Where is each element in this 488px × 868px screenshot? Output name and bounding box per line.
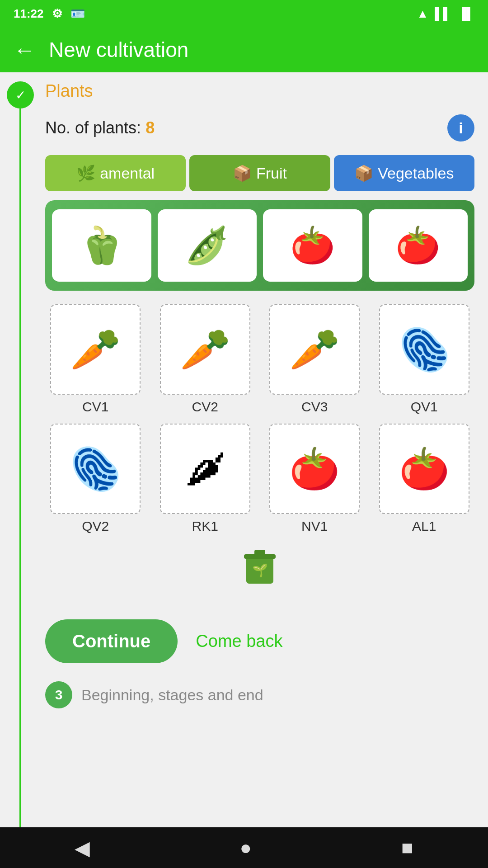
cv2-label: CV2 <box>192 399 218 415</box>
tab-ornamental[interactable]: 🌿 amental <box>45 155 186 191</box>
main-content: ✓ Plants No. of plants: 8 i 🌿 amental 📦 <box>0 72 488 827</box>
step1-dot: ✓ <box>7 81 34 108</box>
plant-box-al1: 🍅 <box>379 424 469 514</box>
fruit-label: Fruit <box>256 165 287 182</box>
pepper2-emoji: 🌶 <box>185 446 225 492</box>
cv3-label: CV3 <box>301 399 328 415</box>
back-button[interactable]: ← <box>14 38 35 62</box>
section-header: Plants <box>45 81 474 101</box>
plant-box-qv2: 🫆 <box>50 424 141 514</box>
fruit-box-icon: 📦 <box>233 164 252 182</box>
plant-item-qv2[interactable]: 🫆 QV2 <box>45 424 146 534</box>
status-bar: 11:22 ⚙ 🪪 ▲ ▌▌ ▐▌ <box>0 0 488 27</box>
svg-text:🌱: 🌱 <box>252 563 268 578</box>
status-left: 11:22 ⚙ 🪪 <box>14 7 85 21</box>
featured-plant-cherry-tomato[interactable]: 🍅 <box>369 209 468 282</box>
time-display: 11:22 <box>14 7 44 21</box>
timeline-line <box>19 108 21 827</box>
plant-item-cv3[interactable]: 🥕 CV3 <box>264 304 365 415</box>
content-area: Plants No. of plants: 8 i 🌿 amental 📦 Fr… <box>41 72 488 827</box>
next-section: 3 Beginning, stages and end <box>45 681 474 708</box>
cherry-tomato2-emoji: 🍅 <box>399 445 450 493</box>
plants-count-text: No. of plants: 8 <box>45 118 155 137</box>
continue-button[interactable]: Continue <box>45 619 178 663</box>
svg-rect-2 <box>254 550 265 556</box>
cv1-label: CV1 <box>82 399 108 415</box>
featured-plant-pea[interactable]: 🫛 <box>158 209 257 282</box>
plant-box-cv2: 🥕 <box>160 304 250 395</box>
pepper-emoji: 🫑 <box>79 227 124 264</box>
ornamental-icon: 🌿 <box>76 164 95 182</box>
section-label: Plants <box>45 81 93 101</box>
nav-recent-button[interactable]: ■ <box>401 836 413 859</box>
trash-container: 🌱 <box>45 547 474 597</box>
vegetables-box-icon: 📦 <box>354 164 373 182</box>
tomato2-emoji: 🍅 <box>289 445 340 493</box>
al1-label: AL1 <box>412 519 436 534</box>
step3-dot: 3 <box>45 681 72 708</box>
plants-count-row: No. of plants: 8 i <box>45 114 474 142</box>
nv1-label: NV1 <box>301 519 328 534</box>
step3-label: Beginning, stages and end <box>81 686 263 704</box>
plant-item-rk1[interactable]: 🌶 RK1 <box>155 424 256 534</box>
plant-item-cv2[interactable]: 🥕 CV2 <box>155 304 256 415</box>
bottom-nav: ◀ ● ■ <box>0 827 488 868</box>
plant-box-qv1: 🫆 <box>379 304 469 395</box>
plant-box-rk1: 🌶 <box>160 424 250 514</box>
sim-icon: 🪪 <box>70 7 85 21</box>
beet2-emoji: 🫆 <box>70 445 121 493</box>
action-buttons: Continue Come back <box>45 619 474 663</box>
qv2-label: QV2 <box>82 519 109 534</box>
plant-item-qv1[interactable]: 🫆 QV1 <box>374 304 475 415</box>
ornamental-label: amental <box>100 165 155 182</box>
carrot3-emoji: 🥕 <box>289 326 340 373</box>
pea-emoji: 🫛 <box>184 227 230 264</box>
plant-grid: 🥕 CV1 🥕 CV2 🥕 CV3 🫆 QV1 <box>45 304 474 534</box>
come-back-button[interactable]: Come back <box>196 632 282 651</box>
qv1-label: QV1 <box>411 399 438 415</box>
plant-box-cv1: 🥕 <box>50 304 141 395</box>
gear-icon: ⚙ <box>52 7 62 21</box>
timeline: ✓ <box>0 72 41 827</box>
plant-item-cv1[interactable]: 🥕 CV1 <box>45 304 146 415</box>
top-bar: ← New cultivation <box>0 27 488 72</box>
tomato-emoji: 🍅 <box>290 227 335 264</box>
plant-item-nv1[interactable]: 🍅 NV1 <box>264 424 365 534</box>
featured-plants-row: 🫑 🫛 🍅 🍅 <box>45 200 474 291</box>
wifi-icon: ▲ <box>417 7 429 21</box>
featured-plant-tomato[interactable]: 🍅 <box>263 209 362 282</box>
featured-plant-pepper[interactable]: 🫑 <box>52 209 151 282</box>
trash-icon[interactable]: 🌱 <box>242 547 278 597</box>
plants-count-value: 8 <box>145 118 155 137</box>
cherry-tomato-emoji: 🍅 <box>395 227 441 264</box>
rk1-label: RK1 <box>192 519 218 534</box>
category-tabs: 🌿 amental 📦 Fruit 📦 Vegetables <box>45 155 474 191</box>
nav-back-button[interactable]: ◀ <box>75 836 90 859</box>
tab-vegetables[interactable]: 📦 Vegetables <box>334 155 474 191</box>
beet1-emoji: 🫆 <box>399 326 450 373</box>
step1-check-icon: ✓ <box>15 88 26 103</box>
battery-icon: ▐▌ <box>458 7 474 21</box>
plant-box-cv3: 🥕 <box>269 304 360 395</box>
plant-box-nv1: 🍅 <box>269 424 360 514</box>
carrot2-emoji: 🥕 <box>180 326 230 373</box>
carrot1-emoji: 🥕 <box>70 326 121 373</box>
info-button[interactable]: i <box>447 114 474 142</box>
nav-home-button[interactable]: ● <box>239 836 252 859</box>
signal-icon: ▌▌ <box>435 7 451 21</box>
status-right: ▲ ▌▌ ▐▌ <box>417 7 474 21</box>
plant-item-al1[interactable]: 🍅 AL1 <box>374 424 475 534</box>
page-title: New cultivation <box>49 38 188 62</box>
tab-fruit[interactable]: 📦 Fruit <box>189 155 330 191</box>
vegetables-label: Vegetables <box>378 165 454 182</box>
